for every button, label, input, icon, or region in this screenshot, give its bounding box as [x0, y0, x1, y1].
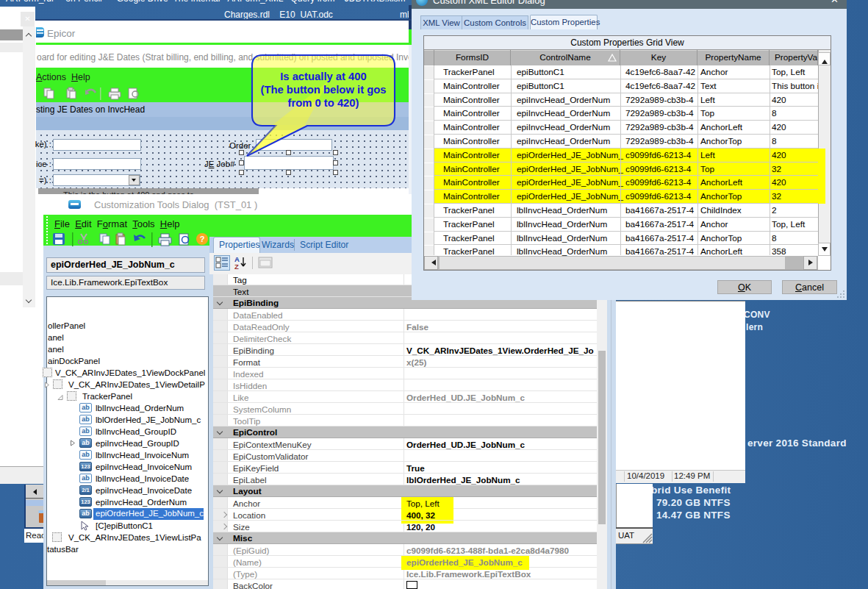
svg-text:?: ?: [200, 235, 205, 243]
svg-text:Z: Z: [234, 263, 239, 271]
